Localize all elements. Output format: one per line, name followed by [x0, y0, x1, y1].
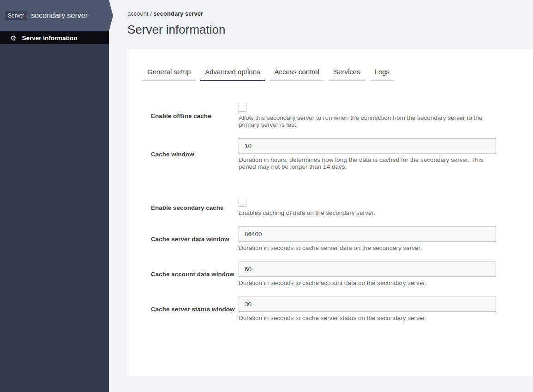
breadcrumb-account-link[interactable]: account — [127, 10, 149, 17]
field-label: Cache server data window — [142, 236, 239, 243]
tab-services[interactable]: Services — [329, 68, 365, 81]
tab-general-setup[interactable]: General setup — [142, 68, 196, 81]
breadcrumb: account / secondary server — [127, 10, 533, 17]
field-description: Duration in seconds to cache server stat… — [239, 315, 496, 321]
field-description: Duration in seconds to cache server data… — [239, 244, 496, 251]
field-description: Allow this secondary server to run when … — [239, 114, 496, 128]
form-row: Cache window Duration in hours, determin… — [142, 138, 533, 170]
page-title: Server information — [127, 23, 533, 37]
sidebar-item-server-information[interactable]: ⚙ Server information — [0, 31, 109, 44]
form-row: Cache account data window Duration in se… — [142, 261, 533, 286]
field-label: Cache server status window — [142, 306, 239, 313]
cache-server-data-window-input[interactable] — [239, 226, 496, 242]
server-type-badge: Server — [5, 11, 27, 20]
main-content: account / secondary server Server inform… — [109, 0, 533, 392]
breadcrumb-current: secondary server — [153, 10, 203, 17]
settings-card: General setup Advanced options Access co… — [127, 49, 533, 376]
enable-secondary-cache-checkbox[interactable] — [239, 199, 246, 207]
form-row: Enable secondary cache Enables caching o… — [142, 199, 533, 216]
field-description: Duration in hours, determines how long t… — [239, 156, 496, 170]
field-label: Cache account data window — [142, 271, 239, 278]
field-label: Cache window — [142, 151, 239, 158]
sidebar-header: Server secondary server — [0, 0, 113, 31]
breadcrumb-separator: / — [149, 10, 154, 17]
form-row: Cache server status window Duration in s… — [142, 297, 533, 321]
tab-logs[interactable]: Logs — [370, 68, 395, 81]
enable-offline-cache-checkbox[interactable] — [239, 104, 246, 112]
cache-window-input[interactable] — [239, 138, 496, 154]
sidebar-item-label: Server information — [22, 35, 77, 42]
field-label: Enable secondary cache — [142, 204, 239, 211]
gear-icon: ⚙ — [10, 35, 16, 42]
advanced-options-form: Enable offline cache Allow this secondar… — [142, 104, 533, 321]
sidebar: Server secondary server ⚙ Server informa… — [0, 0, 109, 392]
tab-bar: General setup Advanced options Access co… — [142, 68, 533, 81]
form-row: Cache server data window Duration in sec… — [142, 226, 533, 251]
field-label: Enable offline cache — [142, 113, 239, 119]
tab-advanced-options[interactable]: Advanced options — [200, 68, 265, 81]
cache-account-data-window-input[interactable] — [239, 261, 496, 277]
field-description: Enables caching of data on the secondary… — [239, 209, 496, 216]
tab-access-control[interactable]: Access control — [269, 68, 325, 81]
field-description: Duration in seconds to cache account dat… — [239, 279, 496, 286]
cache-server-status-window-input[interactable] — [239, 297, 496, 312]
form-row: Enable offline cache Allow this secondar… — [142, 104, 533, 128]
server-name: secondary server — [31, 12, 88, 20]
